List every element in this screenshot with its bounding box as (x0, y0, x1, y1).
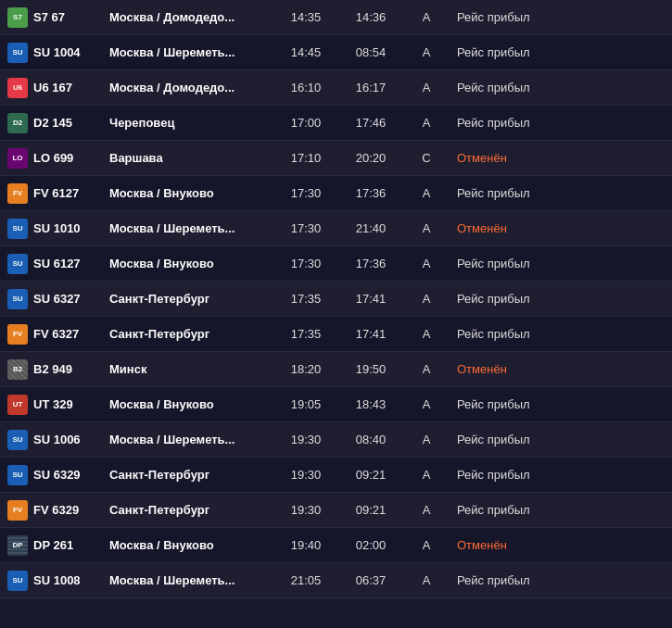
airline-icon: FV (7, 500, 28, 521)
status-badge: Отменён (457, 538, 507, 552)
status-cell: Рейс прибыл (450, 427, 672, 452)
status-cell: Рейс прибыл (450, 40, 672, 65)
actual-time: 17:36 (338, 181, 403, 206)
airline-icon: UT (7, 395, 28, 415)
status-cell: Рейс прибыл (450, 462, 672, 487)
destination-cell: Москва / Шереметь... (102, 40, 273, 65)
airline-cell: SU SU 6329 (0, 459, 102, 491)
airline-code: SU 1010 (33, 221, 81, 235)
actual-time: 17:46 (338, 110, 403, 135)
status-badge: Рейс прибыл (457, 397, 530, 411)
airline-code: SU 1008 (33, 573, 81, 587)
table-row[interactable]: B2 B2 949 Минск 18:20 19:50 A Отменён (0, 352, 672, 387)
table-row[interactable]: FV FV 6329 Санкт-Петербург 19:30 09:21 A… (0, 493, 672, 528)
terminal: A (403, 533, 450, 558)
airline-code: FV 6329 (33, 503, 79, 517)
destination-cell: Москва / Домодедо... (102, 5, 273, 30)
status-badge: Рейс прибыл (457, 292, 530, 306)
destination-cell: Москва / Внуково (102, 251, 273, 276)
actual-time: 17:36 (338, 251, 403, 276)
airline-icon: LO (7, 148, 28, 169)
table-row[interactable]: SU SU 6127 Москва / Внуково 17:30 17:36 … (0, 246, 672, 282)
table-row[interactable]: SU SU 1008 Москва / Шереметь... 21:05 06… (0, 563, 672, 598)
airline-code: FV 6327 (33, 327, 79, 341)
table-row[interactable]: SU SU 1006 Москва / Шереметь... 19:30 08… (0, 422, 672, 458)
actual-time: 09:21 (338, 462, 403, 487)
table-row[interactable]: U6 U6 167 Москва / Домодедо... 16:10 16:… (0, 70, 672, 106)
destination-cell: Санкт-Петербург (102, 462, 273, 487)
status-badge: Рейс прибыл (457, 433, 530, 446)
terminal: A (403, 392, 450, 417)
status-cell: Рейс прибыл (450, 75, 672, 100)
scheduled-time: 14:45 (273, 40, 338, 65)
status-badge: Рейс прибыл (457, 257, 530, 270)
scheduled-time: 17:35 (273, 321, 338, 346)
destination-cell: Москва / Внуково (102, 392, 273, 417)
airline-icon: FV (7, 183, 28, 204)
airline-code: D2 145 (33, 116, 72, 130)
scheduled-time: 14:35 (273, 5, 338, 30)
scheduled-time: 17:10 (273, 145, 338, 170)
airline-cell: FV FV 6127 (0, 178, 102, 209)
destination-cell: Санкт-Петербург (102, 286, 273, 311)
airline-icon: SU (7, 219, 28, 239)
airline-code: UT 329 (33, 397, 73, 411)
table-row[interactable]: UT UT 329 Москва / Внуково 19:05 18:43 A… (0, 387, 672, 422)
airline-cell: SU SU 6327 (0, 283, 102, 315)
airline-icon: SU (7, 465, 28, 485)
status-cell: Рейс прибыл (450, 321, 672, 346)
status-cell: Отменён (450, 533, 672, 558)
destination-cell: Санкт-Петербург (102, 497, 273, 522)
status-badge: Рейс прибыл (457, 327, 530, 341)
airline-cell: FV FV 6329 (0, 495, 102, 526)
table-row[interactable]: SU SU 6327 Санкт-Петербург 17:35 17:41 A… (0, 282, 672, 317)
terminal: A (403, 40, 450, 65)
airline-code: B2 949 (33, 362, 72, 376)
table-row[interactable]: D2 D2 145 Череповец 17:00 17:46 A Рейс п… (0, 106, 672, 141)
airline-code: S7 67 (33, 10, 65, 24)
airline-icon: B2 (7, 359, 28, 380)
table-row[interactable]: SU SU 6329 Санкт-Петербург 19:30 09:21 A… (0, 458, 672, 493)
airline-cell: B2 B2 949 (0, 354, 102, 385)
terminal: A (403, 216, 450, 241)
airline-cell: D2 D2 145 (0, 107, 102, 139)
table-row[interactable]: S7 S7 67 Москва / Домодедо... 14:35 14:3… (0, 0, 672, 35)
destination-cell: Варшава (102, 145, 273, 170)
actual-time: 08:54 (338, 40, 403, 65)
status-badge: Рейс прибыл (457, 503, 530, 517)
scheduled-time: 17:30 (273, 181, 338, 206)
table-row[interactable]: SU SU 1010 Москва / Шереметь... 17:30 21… (0, 211, 672, 246)
status-cell: Рейс прибыл (450, 181, 672, 206)
destination-cell: Москва / Шереметь... (102, 568, 273, 593)
destination-cell: Санкт-Петербург (102, 321, 273, 346)
airline-cell: LO LO 699 (0, 143, 102, 174)
actual-time: 17:41 (338, 286, 403, 311)
destination-cell: Череповец (102, 110, 273, 135)
airline-code: U6 167 (33, 81, 72, 94)
table-row[interactable]: DP DP 261 Москва / Внуково 19:40 02:00 A… (0, 528, 672, 563)
scheduled-time: 19:40 (273, 533, 338, 558)
destination-cell: Москва / Домодедо... (102, 75, 273, 100)
airline-cell: SU SU 1006 (0, 424, 102, 456)
table-row[interactable]: FV FV 6327 Санкт-Петербург 17:35 17:41 A… (0, 317, 672, 352)
airline-icon: D2 (7, 113, 28, 133)
table-row[interactable]: SU SU 1004 Москва / Шереметь... 14:45 08… (0, 35, 672, 70)
terminal: A (403, 5, 450, 30)
actual-time: 09:21 (338, 497, 403, 522)
table-row[interactable]: LO LO 699 Варшава 17:10 20:20 C Отменён (0, 141, 672, 176)
scheduled-time: 17:35 (273, 286, 338, 311)
status-cell: Рейс прибыл (450, 568, 672, 593)
airline-code: SU 6127 (33, 257, 81, 270)
terminal: A (403, 251, 450, 276)
terminal: A (403, 110, 450, 135)
actual-time: 18:43 (338, 392, 403, 417)
actual-time: 17:41 (338, 321, 403, 346)
scheduled-time: 18:20 (273, 357, 338, 382)
airline-icon: DP (7, 535, 28, 556)
actual-time: 20:20 (338, 145, 403, 170)
status-badge: Рейс прибыл (457, 468, 530, 482)
status-badge: Отменён (457, 362, 507, 376)
destination-cell: Минск (102, 357, 273, 382)
table-row[interactable]: FV FV 6127 Москва / Внуково 17:30 17:36 … (0, 176, 672, 211)
status-cell: Рейс прибыл (450, 251, 672, 276)
